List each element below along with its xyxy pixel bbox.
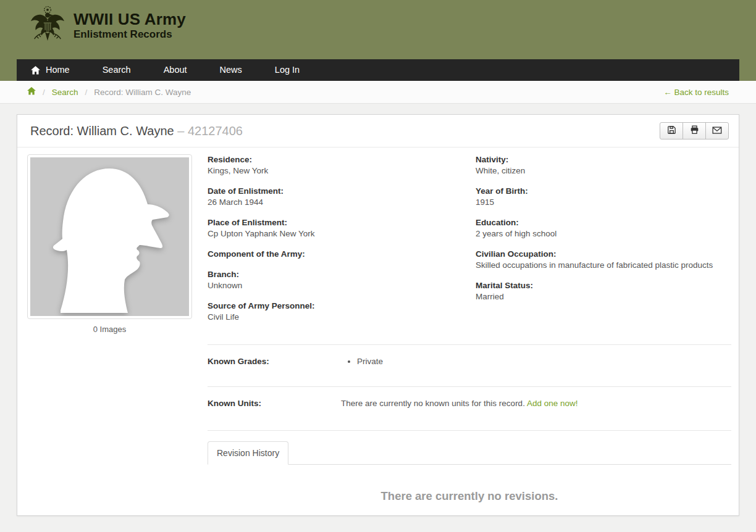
no-revisions-message: There are currently no revisions. [208,489,731,503]
divider [208,430,731,431]
brand: WWII US Army Enlistment Records [30,5,186,46]
brand-title: WWII US Army [74,10,186,28]
soldier-silhouette-placeholder-image [30,157,189,316]
save-button[interactable] [660,122,683,139]
nav-item-label: About [164,59,187,81]
fields-right-column: Nativity: White, citizen Year of Birth: … [476,154,731,332]
breadcrumb-home-link[interactable] [27,87,36,97]
field-label: Source of Army Personnel: [208,301,476,312]
field-date-of-enlistment: Date of Enlistment: 26 March 1944 [208,186,476,208]
field-label: Nativity: [476,154,731,165]
field-label: Education: [476,217,731,228]
record-image-column: 0 Images [27,154,192,516]
field-place-of-enlistment: Place of Enlistment: Cp Upton Yaphank Ne… [208,217,476,239]
known-units-row: Known Units: There are currently no know… [208,398,731,418]
known-grades-list: Private [341,356,731,367]
record-number: 42127406 [188,124,243,138]
nav-item-label: Home [46,59,70,81]
breadcrumb-separator: / [85,88,88,97]
field-label: Place of Enlistment: [208,217,476,228]
back-to-results-link[interactable]: ← Back to results [663,88,729,97]
divider [208,344,731,345]
field-year-of-birth: Year of Birth: 1915 [476,186,731,208]
divider [208,386,731,387]
title-separator: – [177,124,184,138]
field-label: Component of the Army: [208,249,476,260]
field-value: Skilled occupations in manufacture of fa… [476,260,731,271]
revision-history-panel: There are currently no revisions. [208,465,731,516]
print-button[interactable] [682,122,706,139]
record-panel: Record: William C. Wayne – 42127406 [17,114,739,516]
field-value: Cp Upton Yaphank New York [208,228,476,239]
brand-subtitle: Enlistment Records [74,28,186,41]
field-value: White, citizen [476,165,731,177]
breadcrumb-bar: / Search / Record: William C. Wayne ← Ba… [0,81,756,104]
record-panel-heading: Record: William C. Wayne – 42127406 [17,115,739,148]
add-unit-link[interactable]: Add one now [527,399,576,408]
tab-revision-history[interactable]: Revision History [208,441,288,465]
record-title: Record: William C. Wayne [30,124,174,138]
email-button[interactable] [705,122,729,139]
field-label: Date of Enlistment: [208,186,476,197]
print-icon [690,125,699,136]
known-units-label: Known Units: [208,398,341,418]
page: { "theme": { "header_green": "#7b8557", … [0,0,756,532]
field-education: Education: 2 years of high school [476,217,731,239]
login-link[interactable]: Log In [266,59,318,81]
field-component-of-the-army: Component of the Army: [208,249,476,260]
record-toolbar [660,122,729,139]
site-header: WWII US Army Enlistment Records Home Sea… [0,0,756,81]
field-marital-status: Marital Status: Married [476,280,731,302]
field-residence: Residence: Kings, New York [208,154,476,177]
page-title: Record: William C. Wayne – 42127406 [30,122,243,139]
nav-item-about[interactable]: About [154,59,196,81]
main-nav: Home Search About News Log In [17,59,739,81]
known-grades-label: Known Grades: [208,356,341,374]
nav-item-label: Search [103,59,131,81]
field-nativity: Nativity: White, citizen [476,154,731,177]
field-value: 2 years of high school [476,228,731,239]
known-grades-row: Known Grades: Private [208,356,731,374]
breadcrumb-item-search[interactable]: Search [52,88,78,97]
add-unit-link-suffix: ! [576,399,578,408]
nav-item-label: News [220,59,242,81]
nav-item-search[interactable]: Search [93,59,140,81]
nav-item-home[interactable]: Home [31,59,79,81]
field-value: Married [476,291,731,302]
fields-left-column: Residence: Kings, New York Date of Enlis… [208,154,476,332]
us-great-seal-eagle-logo-icon [30,5,65,46]
image-count-caption: 0 Images [27,325,192,334]
record-fields-column: Residence: Kings, New York Date of Enlis… [208,154,731,516]
tab-bar: Revision History [208,441,731,465]
login-label: Log In [275,59,300,81]
field-label: Civilian Occupation: [476,249,731,260]
field-value: 1915 [476,197,731,208]
breadcrumb-current: Record: William C. Wayne [94,88,191,97]
breadcrumb: / Search / Record: William C. Wayne ← Ba… [17,81,739,103]
known-grades-content: Private [341,356,731,374]
field-label: Branch: [208,269,476,280]
record-fields-grid: Residence: Kings, New York Date of Enlis… [208,154,731,332]
save-icon [667,125,676,136]
brand-text: WWII US Army Enlistment Records [74,5,186,41]
home-icon [31,66,40,75]
field-branch: Branch: Unknown [208,269,476,291]
field-label: Marital Status: [476,280,731,291]
field-value: 26 March 1944 [208,197,476,208]
home-icon [27,87,36,97]
known-units-content: There are currently no known units for t… [341,398,731,418]
known-grade-item: Private [357,356,731,367]
record-image-thumbnail [27,154,192,319]
field-value: Unknown [208,280,476,291]
field-source-of-army-personnel: Source of Army Personnel: Civil Life [208,301,476,323]
nav-item-news[interactable]: News [211,59,251,81]
email-icon [712,126,722,136]
record-body: 0 Images Residence: Kings, New York Date… [17,148,739,516]
known-units-empty-text: There are currently no known units for t… [341,399,525,408]
field-civilian-occupation: Civilian Occupation: Skilled occupations… [476,249,731,271]
field-label: Residence: [208,154,476,165]
field-value: Civil Life [208,312,476,323]
field-label: Year of Birth: [476,186,731,197]
field-value: Kings, New York [208,165,476,177]
breadcrumb-separator: / [43,88,45,97]
